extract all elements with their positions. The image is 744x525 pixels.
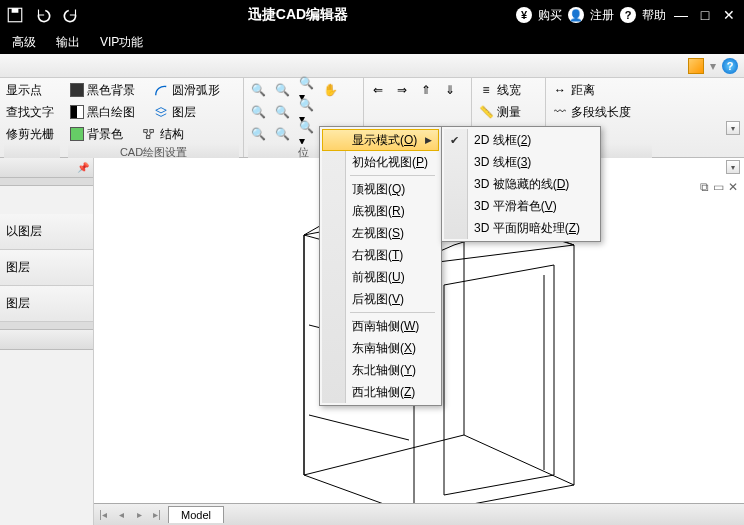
rib-polyline[interactable]: 〰多段线长度 [550, 103, 633, 122]
canvas-expand[interactable]: ▾ [726, 160, 740, 174]
lp-item-2[interactable]: 图层 [0, 250, 93, 286]
rib-bgcolor[interactable]: 背景色 [68, 125, 125, 144]
help-row: ▾ ? [0, 54, 744, 78]
svg-rect-4 [146, 136, 150, 139]
rib-linewidth[interactable]: ≡线宽 [476, 81, 523, 100]
display-mode-submenu: ✔2D 线框(2)3D 线框(3)3D 被隐藏的线(D)3D 平滑着色(V)3D… [441, 126, 601, 242]
app-title: 迅捷CAD编辑器 [80, 6, 516, 24]
menu1-item-7[interactable]: 前视图(U) [322, 266, 439, 288]
rib-up[interactable]: ⇑ [416, 81, 436, 99]
help-link[interactable]: 帮助 [642, 7, 666, 24]
black-square-icon [70, 83, 84, 97]
canvas-max-icon[interactable]: ▭ [713, 180, 724, 194]
register-link[interactable]: 注册 [590, 7, 614, 24]
menu2-item-1[interactable]: 3D 线框(3) [444, 151, 598, 173]
rib-measure[interactable]: 📏测量 [476, 103, 523, 122]
help-icon[interactable]: ? [722, 58, 738, 74]
lp-item-3[interactable]: 图层 [0, 286, 93, 322]
linewidth-icon: ≡ [478, 82, 494, 98]
rib-trimraster[interactable]: 修剪光栅 [4, 125, 56, 144]
rib-findtext[interactable]: 查找文字 [4, 103, 56, 122]
menu1-item-3[interactable]: 顶视图(Q) [322, 178, 439, 200]
rib-distance[interactable]: ↔距离 [550, 81, 597, 100]
zoom-icon: 🔍 [250, 82, 266, 98]
rib-down[interactable]: ⇓ [440, 81, 460, 99]
menu-bar: 高级 输出 VIP功能 [0, 30, 744, 54]
rib-blackbg[interactable]: 黑色背景 [68, 81, 137, 100]
rib-zoom8[interactable]: 🔍 [272, 125, 292, 143]
pencil-icon[interactable] [688, 58, 704, 74]
undo-icon[interactable] [34, 6, 52, 24]
rib-zoom5[interactable]: 🔍 [272, 103, 292, 121]
menu1-item-8[interactable]: 后视图(V) [322, 288, 439, 310]
rib-right[interactable]: ⇒ [392, 81, 412, 99]
minimize-button[interactable]: — [672, 6, 690, 24]
redo-icon[interactable] [62, 6, 80, 24]
tab-model[interactable]: Model [168, 506, 224, 523]
menu2-item-2[interactable]: 3D 被隐藏的线(D) [444, 173, 598, 195]
menu2-item-0[interactable]: ✔2D 线框(2) [444, 129, 598, 151]
rib-zoom9[interactable]: 🔍▾ [296, 125, 316, 143]
view-context-menu: 显示模式(O)▶初始化视图(P)顶视图(Q)底视图(R)左视图(S)右视图(T)… [319, 126, 442, 406]
maximize-button[interactable]: □ [696, 6, 714, 24]
menu1-item-11[interactable]: 东南轴侧(X) [322, 337, 439, 359]
svg-rect-3 [150, 130, 154, 133]
rib-zoom4[interactable]: 🔍 [248, 103, 268, 121]
user-icon: 👤 [568, 7, 584, 23]
rib-arc[interactable]: 圆滑弧形 [151, 81, 222, 100]
rib-zoom3[interactable]: 🔍▾ [296, 81, 316, 99]
ruler-icon: 📏 [478, 104, 494, 120]
tab-first[interactable]: |◂ [94, 506, 112, 524]
pin-icon[interactable]: 📌 [77, 162, 89, 174]
hand-icon: ✋ [322, 82, 338, 98]
menu1-item-0[interactable]: 显示模式(O)▶ [322, 129, 439, 151]
ribbon-expand[interactable]: ▾ [726, 121, 740, 135]
rib-zoom7[interactable]: 🔍 [248, 125, 268, 143]
rib-zoom6[interactable]: 🔍▾ [296, 103, 316, 121]
rib-bwdraw[interactable]: 黑白绘图 [68, 103, 137, 122]
arc-icon [153, 82, 169, 98]
green-square-icon [70, 127, 84, 141]
menu-advanced[interactable]: 高级 [4, 31, 44, 54]
menu-output[interactable]: 输出 [48, 31, 88, 54]
up-arrow-icon: ⇑ [418, 82, 434, 98]
yen-icon: ¥ [516, 7, 532, 23]
canvas-close-icon[interactable]: ✕ [728, 180, 738, 194]
distance-icon: ↔ [552, 82, 568, 98]
canvas-tools: ⧉ ▭ ✕ [700, 180, 738, 194]
down-arrow-icon: ⇓ [442, 82, 458, 98]
layers-icon [153, 104, 169, 120]
rib-structure[interactable]: 结构 [139, 125, 186, 144]
zoom-dd-icon[interactable]: 🔍▾ [298, 82, 314, 98]
lp-item-1[interactable]: 以图层 [0, 214, 93, 250]
question-icon: ? [620, 7, 636, 23]
rib-showpoint[interactable]: 显示点 [4, 81, 44, 100]
canvas-restore-icon[interactable]: ⧉ [700, 180, 709, 194]
tab-last[interactable]: ▸| [148, 506, 166, 524]
tab-next[interactable]: ▸ [130, 506, 148, 524]
rib-hand[interactable]: ✋ [320, 81, 340, 99]
menu1-item-12[interactable]: 东北轴侧(Y) [322, 359, 439, 381]
buy-link[interactable]: 购买 [538, 7, 562, 24]
menu1-item-10[interactable]: 西南轴侧(W) [322, 315, 439, 337]
menu1-item-5[interactable]: 左视图(S) [322, 222, 439, 244]
menu1-item-4[interactable]: 底视图(R) [322, 200, 439, 222]
close-button[interactable]: ✕ [720, 6, 738, 24]
tab-bar: |◂ ◂ ▸ ▸| Model [94, 503, 744, 525]
menu2-item-3[interactable]: 3D 平滑着色(V) [444, 195, 598, 217]
tab-prev[interactable]: ◂ [112, 506, 130, 524]
menu1-item-1[interactable]: 初始化视图(P) [322, 151, 439, 173]
polyline-icon: 〰 [552, 104, 568, 120]
save-icon[interactable] [6, 6, 24, 24]
left-panel: 📌 以图层 图层 图层 [0, 158, 94, 525]
menu2-item-4[interactable]: 3D 平面阴暗处理(Z) [444, 217, 598, 239]
left-arrow-icon: ⇐ [370, 82, 386, 98]
rib-layer[interactable]: 图层 [151, 103, 198, 122]
svg-rect-1 [12, 8, 19, 13]
rib-left[interactable]: ⇐ [368, 81, 388, 99]
menu-vip[interactable]: VIP功能 [92, 31, 151, 54]
rib-zoom1[interactable]: 🔍 [248, 81, 268, 99]
menu1-item-6[interactable]: 右视图(T) [322, 244, 439, 266]
menu1-item-13[interactable]: 西北轴侧(Z) [322, 381, 439, 403]
rib-zoom2[interactable]: 🔍 [272, 81, 292, 99]
